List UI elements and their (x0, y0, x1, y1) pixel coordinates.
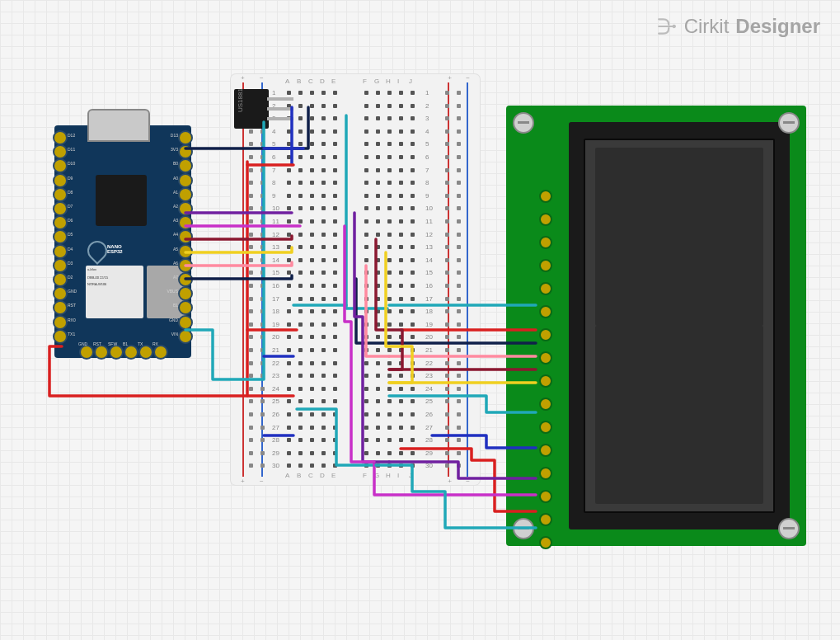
pin-D4[interactable] (53, 244, 68, 259)
canvas[interactable]: Cirkit Designer + − + − + − + − ABCDEFGH… (0, 0, 840, 640)
pin-GND[interactable] (178, 315, 193, 330)
lcd-pin-VSS[interactable] (539, 190, 552, 203)
pin-A0[interactable] (178, 173, 193, 188)
pin-D6[interactable] (53, 215, 68, 230)
pin-D7[interactable] (53, 201, 68, 216)
pin-TX1[interactable] (53, 329, 68, 344)
pin-D13[interactable] (178, 130, 193, 145)
ublox-module: u-blox DBB-00 22/15 NORA-W106 (86, 266, 143, 318)
pin-A4[interactable] (178, 229, 193, 244)
lcd-pin-K[interactable] (539, 536, 552, 549)
pin-D10[interactable] (53, 158, 68, 173)
lcd-pin-D7[interactable] (539, 490, 552, 503)
lcd-pin-D5[interactable] (539, 444, 552, 457)
pin-TX-b[interactable] (138, 345, 153, 360)
pin-VIN[interactable] (178, 329, 193, 344)
lcd-pin-D6[interactable] (539, 467, 552, 480)
logo-brand: Cirkit (684, 15, 730, 38)
breadboard[interactable]: + − + − + − + − ABCDEFGHIJ ABCDEFGHIJ 11… (231, 74, 480, 485)
pin-RX0[interactable] (53, 315, 68, 330)
pin-A1[interactable] (178, 187, 193, 202)
arduino-nano-esp32[interactable]: NANOESP32 u-blox DBB-00 22/15 NORA-W106 … (54, 125, 191, 358)
pin-A3[interactable] (178, 215, 193, 230)
pin-A6[interactable] (178, 258, 193, 273)
lcd-pin-D1[interactable] (539, 351, 552, 365)
lcd-pin-RW[interactable] (539, 282, 552, 295)
pin-B0[interactable] (178, 158, 193, 173)
lcd-screen (584, 139, 775, 513)
usb-c-port (87, 109, 150, 142)
board-model: NANOESP32 (107, 244, 123, 254)
pin-D12[interactable] (53, 130, 68, 145)
lcd-pin-RS[interactable] (539, 259, 552, 272)
hall-sensor[interactable]: US1881 (234, 89, 274, 130)
pin-D11[interactable] (53, 144, 68, 159)
pin-VBUS[interactable] (178, 286, 193, 301)
pin-RST[interactable] (53, 300, 68, 315)
pin-D9[interactable] (53, 173, 68, 188)
hall-part-number: US1881 (237, 88, 244, 112)
logo-icon (656, 16, 678, 37)
lcd-pin-A[interactable] (539, 513, 552, 526)
pin-3V3[interactable] (178, 144, 193, 159)
lcd-pin-D2[interactable] (539, 374, 552, 388)
pin-SFW-b[interactable] (109, 345, 124, 360)
pin-D5[interactable] (53, 229, 68, 244)
pin-RST-b[interactable] (94, 345, 109, 360)
main-chip (96, 175, 147, 226)
pin-D3[interactable] (53, 258, 68, 273)
svg-point-0 (672, 25, 675, 28)
pin-RX-b[interactable] (153, 345, 168, 360)
pin-B1[interactable] (178, 300, 193, 315)
lcd-pin-VDD[interactable] (539, 213, 552, 226)
pin-GND-b[interactable] (79, 345, 94, 360)
pin-A5[interactable] (178, 244, 193, 259)
pin-D2[interactable] (53, 272, 68, 287)
pin-A7[interactable] (178, 272, 193, 287)
lcd-pin-E[interactable] (539, 305, 552, 318)
pin-GND[interactable] (53, 286, 68, 301)
lcd-bezel (569, 122, 790, 529)
lcd-pin-V0[interactable] (539, 236, 552, 249)
pin-B1-b[interactable] (124, 345, 138, 360)
app-logo: Cirkit Designer (656, 15, 820, 38)
lcd-pin-D3[interactable] (539, 398, 552, 411)
lcd-pin-D4[interactable] (539, 421, 552, 434)
logo-product: Designer (735, 15, 820, 38)
pin-D8[interactable] (53, 187, 68, 202)
lcd-pin-D0[interactable] (539, 328, 552, 341)
lcd-16x2[interactable] (506, 106, 806, 546)
pin-A2[interactable] (178, 201, 193, 216)
